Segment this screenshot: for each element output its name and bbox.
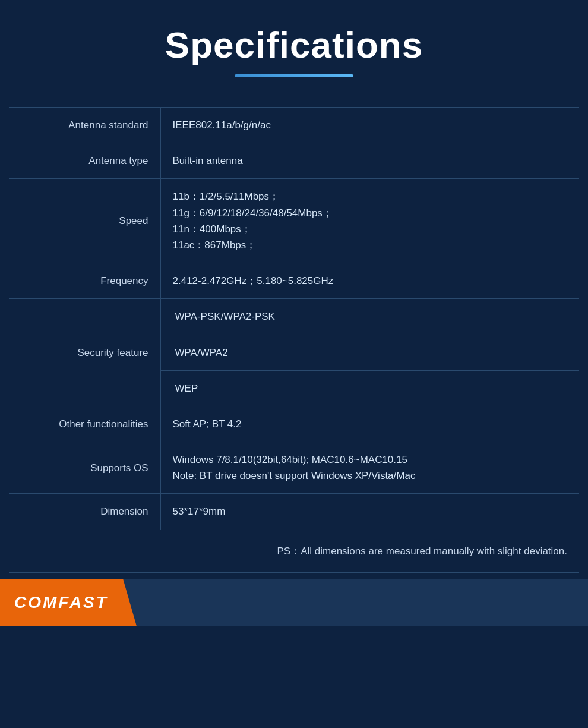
row-label: Speed (9, 179, 160, 263)
table-row: Antenna type Built-in antenna (9, 143, 579, 179)
table-row: Antenna standard IEEE802.11a/b/g/n/ac (9, 108, 579, 143)
page-wrapper: Specifications Antenna standard IEEE802.… (0, 0, 588, 626)
title-underline (235, 74, 353, 77)
table-row: Frequency 2.412-2.472GHz；5.180~5.825GHz (9, 263, 579, 299)
page-title: Specifications (12, 24, 576, 66)
security-values-cell: WPA-PSK/WPA2-PSK WPA/WPA2 WEP (160, 299, 579, 406)
table-row: Speed 11b：1/2/5.5/11Mbps； 11g：6/9/12/18/… (9, 179, 579, 263)
footer-logo-area: COMFAST (0, 579, 137, 626)
row-value: 11b：1/2/5.5/11Mbps； 11g：6/9/12/18/24/36/… (160, 179, 579, 263)
row-label: Other functionalities (9, 406, 160, 442)
specs-table: Antenna standard IEEE802.11a/b/g/n/ac An… (9, 107, 579, 573)
row-label: Supports OS (9, 442, 160, 494)
os-line-1: Windows 7/8.1/10(32bit,64bit); MAC10.6~M… (173, 454, 407, 465)
speed-line-1: 11b：1/2/5.5/11Mbps； (173, 191, 280, 202)
row-value: Soft AP; BT 4.2 (160, 406, 579, 442)
table-row: Supports OS Windows 7/8.1/10(32bit,64bit… (9, 442, 579, 494)
security-feature-row: Security feature WPA-PSK/WPA2-PSK WPA/WP… (9, 299, 579, 406)
row-label: Antenna standard (9, 108, 160, 143)
footer: COMFAST (0, 579, 588, 626)
speed-line-3: 11n：400Mbps； (173, 223, 251, 235)
table-row: Other functionalities Soft AP; BT 4.2 (9, 406, 579, 442)
security-value-3: WEP (161, 371, 580, 406)
speed-line-2: 11g：6/9/12/18/24/36/48/54Mbps； (173, 207, 333, 219)
row-value: 53*17*9mm (160, 494, 579, 530)
row-value: Windows 7/8.1/10(32bit,64bit); MAC10.6~M… (160, 442, 579, 494)
table-row: Dimension 53*17*9mm (9, 494, 579, 530)
row-label: Antenna type (9, 143, 160, 179)
ps-note-text: PS：All dimensions are measured manually … (9, 530, 579, 572)
security-label: Security feature (9, 299, 160, 406)
footer-right (137, 579, 588, 626)
security-value-2: WPA/WPA2 (161, 335, 580, 371)
header: Specifications (0, 0, 588, 107)
row-label: Frequency (9, 263, 160, 299)
row-value: 2.412-2.472GHz；5.180~5.825GHz (160, 263, 579, 299)
os-line-2: Note: BT drive doesn't support Windows X… (173, 470, 416, 481)
row-label: Dimension (9, 494, 160, 530)
row-value: Built-in antenna (160, 143, 579, 179)
row-value: IEEE802.11a/b/g/n/ac (160, 108, 579, 143)
footer-logo: COMFAST (14, 593, 108, 612)
speed-line-4: 11ac：867Mbps； (173, 239, 257, 251)
ps-note-row: PS：All dimensions are measured manually … (9, 530, 579, 572)
security-value-1: WPA-PSK/WPA2-PSK (161, 299, 580, 335)
